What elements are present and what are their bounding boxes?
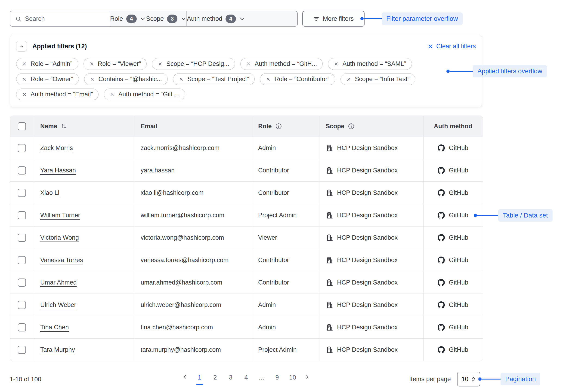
scope-cell: HCP Design Sandbox	[319, 294, 423, 316]
page-number-label: …	[259, 374, 265, 381]
role-cell: Contributor	[252, 249, 319, 271]
email-value: yara.hassan	[141, 167, 175, 174]
auth-method-value: GitHub	[449, 212, 468, 219]
user-name-link[interactable]: Ulrich Weber	[40, 301, 76, 308]
table-row: William Turner william.turner@hashicorp.…	[10, 204, 483, 226]
row-checkbox[interactable]	[18, 211, 26, 219]
filter-chip[interactable]: Role = “Owner”	[16, 73, 79, 85]
page-number[interactable]: 2	[211, 373, 219, 385]
header-email: Email	[134, 116, 252, 137]
row-checkbox[interactable]	[18, 323, 26, 331]
filter-chip[interactable]: Role = “Admin”	[16, 58, 78, 70]
header-auth-method: Auth method	[423, 116, 483, 137]
email-value: tara.murphy@hashicorp.com	[141, 346, 221, 353]
filter-dropdown[interactable]: Auth method 4	[186, 11, 245, 26]
header-name[interactable]: Name	[34, 116, 134, 137]
filter-chip[interactable]: Auth method = “GitL...	[104, 88, 185, 100]
filter-chip-label: Role = “Owner”	[31, 75, 73, 83]
role-value: Project Admin	[258, 212, 297, 219]
row-select-cell	[10, 294, 34, 316]
info-icon[interactable]	[348, 123, 355, 130]
table-row: Vanessa Torres vanessa.torres@hashicorp.…	[10, 249, 483, 271]
header-auth-label: Auth method	[434, 123, 472, 130]
page-number[interactable]: 10	[288, 373, 297, 385]
scope-value: HCP Design Sandbox	[337, 324, 398, 331]
search-input[interactable]	[25, 15, 104, 23]
user-name-link[interactable]: Zack Morris	[40, 145, 73, 152]
more-filters-button[interactable]: More filters	[302, 11, 365, 26]
filter-chip[interactable]: Role = “Viewer”	[84, 58, 147, 70]
organization-icon	[326, 324, 333, 331]
row-checkbox[interactable]	[18, 144, 26, 152]
row-checkbox[interactable]	[18, 234, 26, 242]
page-number-label: 4	[244, 374, 248, 381]
scope-cell: HCP Design Sandbox	[319, 182, 423, 204]
github-icon	[438, 212, 445, 219]
dismiss-icon[interactable]	[89, 61, 94, 66]
row-checkbox[interactable]	[18, 346, 26, 354]
previous-page-icon[interactable]	[181, 373, 189, 380]
filter-chip[interactable]: Scope = “Infra Test”	[341, 73, 415, 85]
github-icon	[438, 257, 445, 264]
page-number-label: 1	[198, 374, 201, 381]
page-number[interactable]: 3	[226, 373, 235, 385]
filter-chip[interactable]: Auth method = “GitH...	[240, 58, 323, 70]
row-checkbox[interactable]	[18, 189, 26, 197]
filter-chip[interactable]: Scope = “Test Project”	[173, 73, 255, 85]
dismiss-icon[interactable]	[246, 61, 251, 66]
next-page-icon[interactable]	[304, 373, 311, 380]
collapse-toggle-button[interactable]	[16, 41, 27, 51]
user-name-link[interactable]: Tina Chen	[40, 324, 69, 331]
dismiss-icon[interactable]	[179, 77, 184, 82]
role-cell: Project Admin	[252, 204, 319, 226]
select-all-checkbox[interactable]	[18, 122, 26, 130]
filter-chip[interactable]: Scope = “HCP Desig...	[152, 58, 235, 70]
user-name-link[interactable]: Tara Murphy	[40, 346, 75, 353]
filter-chip[interactable]: Auth method = “Email”	[16, 88, 99, 100]
row-checkbox[interactable]	[18, 279, 26, 287]
info-icon[interactable]	[275, 123, 282, 130]
user-name-link[interactable]: Victoria Wong	[40, 234, 79, 241]
filter-chip[interactable]: Contains = “@hashic...	[84, 73, 168, 85]
dismiss-icon[interactable]	[334, 61, 339, 66]
user-name-link[interactable]: William Turner	[40, 212, 80, 219]
name-cell: Umar Ahmed	[34, 271, 134, 294]
user-name-link[interactable]: Xiao Li	[40, 189, 59, 196]
clear-all-filters-button[interactable]: Clear all filters	[427, 43, 476, 50]
dismiss-icon[interactable]	[346, 77, 351, 82]
dismiss-icon[interactable]	[22, 61, 27, 66]
filter-dropdown[interactable]: Role 4	[110, 11, 146, 26]
row-checkbox[interactable]	[18, 301, 26, 309]
filter-dropdown[interactable]: Scope 3	[146, 11, 187, 26]
organization-icon	[326, 301, 333, 309]
user-name-link[interactable]: Umar Ahmed	[40, 279, 77, 286]
dismiss-icon[interactable]	[22, 92, 27, 97]
items-per-page-select[interactable]: 10	[457, 372, 480, 386]
filter-chip-label: Contains = “@hashic...	[99, 75, 162, 83]
user-name-link[interactable]: Vanessa Torres	[40, 257, 83, 264]
role-value: Contributor	[258, 279, 289, 286]
dismiss-icon[interactable]	[158, 61, 163, 66]
page-number[interactable]: 1	[195, 373, 204, 385]
github-icon	[438, 324, 445, 331]
active-page-bar	[243, 384, 250, 385]
name-cell: Ulrich Weber	[34, 294, 134, 316]
dismiss-icon[interactable]	[266, 77, 271, 82]
dismiss-icon[interactable]	[90, 77, 95, 82]
row-select-cell	[10, 137, 34, 159]
row-checkbox[interactable]	[18, 256, 26, 264]
page-number[interactable]: 9	[273, 373, 282, 385]
page-number[interactable]: 4	[242, 373, 251, 385]
dismiss-icon[interactable]	[22, 77, 27, 82]
filter-toolbar: Role 4 Scope 3 Auth method 4	[10, 11, 463, 26]
filter-chip[interactable]: Role = “Contributor”	[260, 73, 335, 85]
page-number[interactable]: …	[257, 373, 266, 385]
user-name-link[interactable]: Yara Hassan	[40, 167, 76, 174]
row-checkbox[interactable]	[18, 166, 26, 174]
dismiss-icon[interactable]	[110, 92, 115, 97]
role-value: Contributor	[258, 167, 289, 174]
sort-icon[interactable]	[61, 123, 67, 130]
filter-chip-label: Auth method = “SAML”	[342, 60, 406, 67]
filter-count-badge: 3	[167, 14, 178, 23]
filter-chip[interactable]: Auth method = “SAML”	[328, 58, 412, 70]
